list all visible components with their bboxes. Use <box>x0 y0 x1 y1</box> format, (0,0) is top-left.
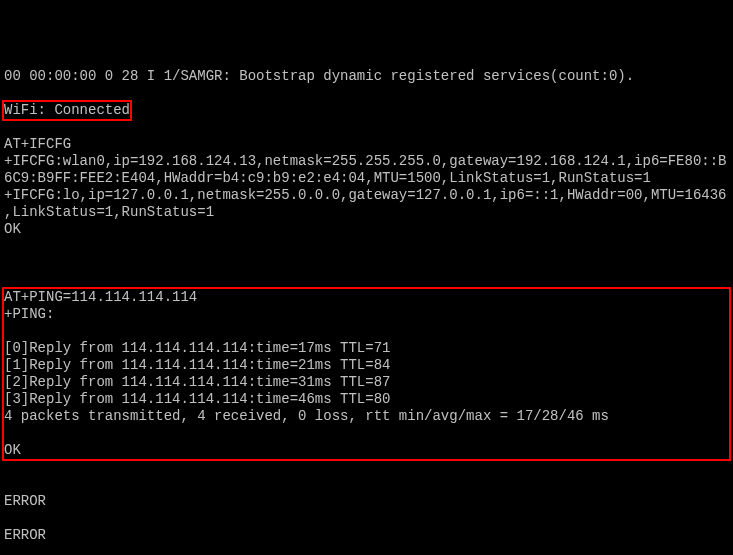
ifcfg-block: AT+IFCFG+IFCFG:wlan0,ip=192.168.124.13,n… <box>4 136 729 238</box>
terminal-line: OK <box>4 221 729 238</box>
terminal-line <box>4 510 729 527</box>
log-line: 00 00:00:00 0 28 I 1/SAMGR: Bootstrap dy… <box>4 68 729 85</box>
terminal-line <box>4 323 729 340</box>
wifi-status-line: WiFi: Connected <box>4 102 729 119</box>
terminal-line <box>4 425 729 442</box>
terminal-line: 4 packets transmitted, 4 received, 0 los… <box>4 408 729 425</box>
terminal-line <box>4 476 729 493</box>
terminal-line: +IFCFG:wlan0,ip=192.168.124.13,netmask=2… <box>4 153 729 170</box>
terminal-line: 6C9:B9FF:FEE2:E404,HWaddr=b4:c9:b9:e2:e4… <box>4 170 729 187</box>
terminal-line: [0]Reply from 114.114.114.114:time=17ms … <box>4 340 729 357</box>
terminal-line: [1]Reply from 114.114.114.114:time=21ms … <box>4 357 729 374</box>
terminal-line: AT+IFCFG <box>4 136 729 153</box>
terminal-line: ,LinkStatus=1,RunStatus=1 <box>4 204 729 221</box>
terminal-line: ERROR <box>4 527 729 544</box>
mid-block: ERROR ERROR <box>4 476 729 544</box>
terminal-line: AT+PING=114.114.114.114 <box>4 289 729 306</box>
terminal-line: +IFCFG:lo,ip=127.0.0.1,netmask=255.0.0.0… <box>4 187 729 204</box>
wifi-status-highlight: WiFi: Connected <box>2 100 132 121</box>
blank-line <box>4 255 729 272</box>
terminal-line: [3]Reply from 114.114.114.114:time=46ms … <box>4 391 729 408</box>
terminal-line: +PING: <box>4 306 729 323</box>
terminal-line: OK <box>4 442 729 459</box>
terminal-line: [2]Reply from 114.114.114.114:time=31ms … <box>4 374 729 391</box>
ping-block-1: AT+PING=114.114.114.114+PING: [0]Reply f… <box>2 287 731 461</box>
terminal-line: ERROR <box>4 493 729 510</box>
